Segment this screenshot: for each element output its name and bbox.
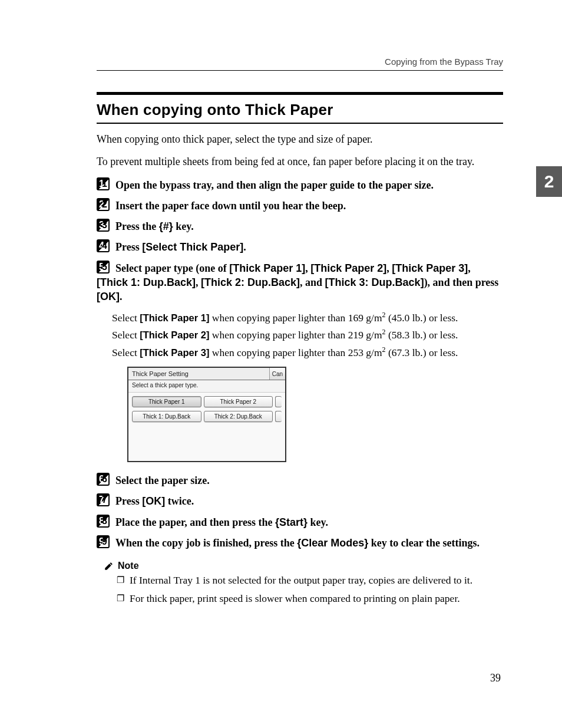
s5-b5: [Thick 2: Dup.Back] — [201, 276, 300, 288]
tp3-post: when copying paper lighter than 253 g/m — [209, 346, 382, 358]
s5-b2: [Thick Paper 2] — [310, 262, 386, 274]
start-key-label: {Start} — [275, 516, 308, 528]
s5-sep2: , — [386, 262, 392, 274]
intro-paragraph-1: When copying onto thick paper, select th… — [97, 132, 503, 146]
step-5: 55 Select paper type (one of [Thick Pape… — [97, 261, 503, 304]
pencil-icon — [104, 561, 114, 571]
lcd-body: Thick Paper 1 Thick Paper 2 Thick 1: Dup… — [128, 393, 285, 461]
step-4-post: . — [243, 241, 246, 253]
step-7-text: Press [OK] twice. — [115, 495, 194, 507]
s5-pre: Select paper type (one of — [115, 262, 229, 274]
lcd-btn-thick-paper-1[interactable]: Thick Paper 1 — [132, 396, 201, 407]
step-7: 77 Press [OK] twice. — [97, 493, 503, 508]
lcd-btn-thick-2-dupback[interactable]: Thick 2: Dup.Back — [204, 411, 273, 422]
thick-paper-1-spec: Select [Thick Paper 1] when copying pape… — [112, 310, 503, 325]
s7-pre: Press — [115, 495, 142, 507]
step-6: 66 Select the paper size. — [97, 473, 503, 487]
intro-paragraph-2: To prevent multiple sheets from being fe… — [97, 154, 503, 169]
step-1: 11 Open the bypass tray, and then align … — [97, 177, 503, 192]
s5-sep1: , — [305, 262, 310, 274]
lcd-row-1: Thick Paper 1 Thick Paper 2 — [132, 396, 282, 407]
clear-modes-key-label: {Clear Modes} — [297, 537, 368, 549]
step-5-substeps: Select [Thick Paper 1] when copying pape… — [112, 310, 503, 462]
note-item-2: For thick paper, print speed is slower w… — [117, 592, 503, 605]
lcd-btn-thick-paper-2[interactable]: Thick Paper 2 — [204, 396, 273, 407]
tp2-pre: Select — [112, 329, 140, 341]
s5-mid: , and — [300, 276, 325, 288]
s5-ok: [OK] — [97, 291, 120, 302]
step-3-text: Press the {#} key. — [115, 220, 194, 232]
lcd-btn-partial-2[interactable] — [275, 411, 282, 422]
hash-key-label: {#} — [159, 220, 173, 232]
s5-b4: [Thick 1: Dup.Back] — [97, 276, 196, 288]
section-title: When copying onto Thick Paper — [97, 101, 503, 119]
s5-post: . — [120, 291, 123, 302]
thick-paper-2-spec: Select [Thick Paper 2] when copying pape… — [112, 327, 503, 342]
s5-b6: [Thick 3: Dup.Back] — [325, 276, 424, 288]
step-number-icon: 44 — [97, 239, 110, 252]
step-6-text: Select the paper size. — [115, 475, 210, 486]
tp2-post: when copying paper lighter than 219 g/m — [209, 329, 382, 341]
step-3-post: key. — [173, 220, 194, 232]
step-4: 44 Press [Select Thick Paper]. — [97, 239, 503, 254]
s5-b1: [Thick Paper 1] — [229, 262, 305, 274]
step-8: 88 Place the paper, and then press the {… — [97, 515, 503, 529]
tp2-label: [Thick Paper 2] — [140, 330, 209, 340]
tp3-pre: Select — [112, 346, 140, 358]
step-number-icon: 66 — [97, 473, 110, 486]
lcd-title: Thick Paper Setting — [128, 368, 269, 380]
lcd-cancel-button[interactable]: Can — [269, 368, 285, 380]
ok-label: [OK] — [142, 495, 165, 507]
tp1-pre: Select — [112, 312, 140, 324]
lcd-btn-partial[interactable] — [275, 396, 282, 407]
tp3-label: [Thick Paper 3] — [140, 347, 209, 357]
step-5-text: Select paper type (one of [Thick Paper 1… — [97, 262, 498, 303]
step-8-text: Place the paper, and then press the {Sta… — [115, 516, 328, 528]
lcd-instruction: Select a thick paper type. — [128, 380, 285, 393]
tp1-post: when copying paper lighter than 169 g/m — [209, 312, 382, 324]
step-2: 22 Insert the paper face down until you … — [97, 198, 503, 213]
page: Copying from the Bypass Tray 2 When copy… — [0, 0, 562, 728]
step-number-icon: 88 — [97, 515, 110, 528]
title-bottom-rule — [97, 123, 503, 124]
note-item-1: If Internal Tray 1 is not selected for t… — [117, 574, 503, 587]
select-thick-paper-label: [Select Thick Paper] — [142, 241, 243, 253]
title-top-rule — [97, 92, 503, 95]
lcd-panel: Thick Paper Setting Can Select a thick p… — [127, 367, 286, 462]
thick-paper-3-spec: Select [Thick Paper 3] when copying pape… — [112, 345, 503, 360]
s9-pre: When the copy job is finished, press the — [115, 537, 297, 549]
step-3-pre: Press the — [115, 220, 159, 232]
lcd-btn-thick-1-dupback[interactable]: Thick 1: Dup.Back — [132, 411, 201, 422]
step-9: 99 When the copy job is finished, press … — [97, 535, 503, 550]
note-list: If Internal Tray 1 is not selected for t… — [117, 574, 503, 605]
step-2-text: Insert the paper face down until you hea… — [115, 200, 346, 212]
step-3: 33 Press the {#} key. — [97, 219, 503, 233]
chapter-thumb-tab: 2 — [536, 166, 562, 197]
step-number-icon: 77 — [97, 493, 110, 506]
s5-sep3: , — [468, 262, 471, 274]
tp1-label: [Thick Paper 1] — [140, 312, 209, 323]
s8-pre: Place the paper, and then press the — [115, 516, 275, 528]
tp1-tail: (45.0 lb.) or less. — [386, 312, 458, 324]
step-number-icon: 99 — [97, 535, 110, 548]
step-number-icon: 11 — [97, 177, 110, 190]
running-header: Copying from the Bypass Tray — [97, 57, 503, 67]
tp2-tail: (58.3 lb.) or less. — [386, 329, 458, 341]
page-number: 39 — [490, 672, 501, 684]
step-number-icon: 55 — [97, 261, 110, 274]
note-label: Note — [118, 561, 139, 571]
lcd-titlebar: Thick Paper Setting Can — [128, 368, 285, 380]
s5-b3: [Thick Paper 3] — [392, 262, 468, 274]
s5-sep4: , — [196, 276, 201, 288]
step-number-icon: 33 — [97, 219, 110, 232]
s7-post: twice. — [165, 495, 194, 507]
s8-post: key. — [308, 516, 328, 528]
s9-post: key to clear the settings. — [368, 537, 480, 549]
step-4-pre: Press — [115, 241, 142, 253]
step-9-text: When the copy job is finished, press the… — [115, 537, 480, 549]
tp3-tail: (67.3 lb.) or less. — [386, 346, 458, 358]
s5-mid2: ), and then press — [424, 276, 499, 288]
note-heading: Note — [104, 561, 503, 571]
step-number-icon: 22 — [97, 198, 110, 211]
step-4-text: Press [Select Thick Paper]. — [115, 241, 246, 253]
